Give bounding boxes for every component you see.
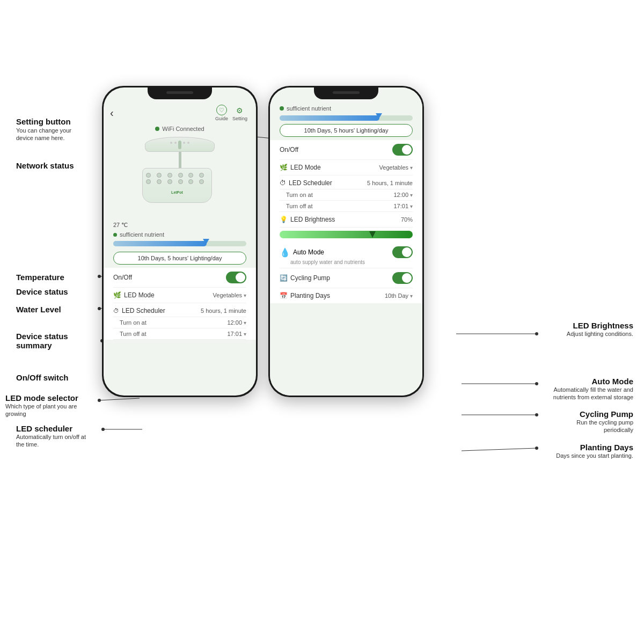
annotation-temp-title: Temperature bbox=[16, 273, 64, 282]
planting-days-label: 📅 Planting Days bbox=[280, 292, 330, 299]
plant-area: LetPot bbox=[104, 134, 256, 220]
scheduler-label: LED Scheduler bbox=[122, 307, 165, 314]
water-bar-fill bbox=[113, 241, 207, 246]
annotation-led-mode-desc: Which type of plant you are growing bbox=[5, 402, 80, 418]
water-bar bbox=[113, 241, 246, 246]
led-mode-chevron: ▾ bbox=[244, 292, 246, 298]
annotation-cycling-pump: Cycling Pump Run the cycling pump period… bbox=[547, 409, 633, 434]
phone1-speaker bbox=[166, 91, 193, 94]
phone2-led-mode-label: 🌿 LED Mode bbox=[280, 164, 321, 171]
svg-line-24 bbox=[462, 448, 537, 451]
phone1: ‹ ♡ Guide ⚙ Setting W bbox=[102, 86, 258, 397]
led-mode-row[interactable]: 🌿 LED Mode Vegetables ▾ bbox=[113, 288, 246, 303]
svg-point-9 bbox=[98, 307, 101, 310]
annotation-auto-title: Auto Mode bbox=[547, 377, 633, 386]
led-mode-label: LED Mode bbox=[124, 291, 155, 299]
brightness-thumb bbox=[369, 231, 376, 238]
annotation-pump-title: Cycling Pump bbox=[547, 409, 633, 419]
phone1-content: ‹ ♡ Guide ⚙ Setting W bbox=[104, 87, 256, 396]
turn-on-row[interactable]: Turn on at 12:00 ▾ bbox=[113, 317, 246, 328]
phone2-led-mode-row[interactable]: 🌿 LED Mode Vegetables ▾ bbox=[280, 160, 413, 175]
water-indicator bbox=[203, 239, 209, 244]
phone2-planting-days-row[interactable]: 📅 Planting Days 10th Day ▾ bbox=[280, 288, 413, 303]
phone1-header: ‹ ♡ Guide ⚙ Setting bbox=[104, 103, 256, 123]
phone1-screen: ‹ ♡ Guide ⚙ Setting W bbox=[104, 87, 256, 396]
annotation-device-title: Device status bbox=[16, 287, 68, 296]
annotation-pump-desc: Run the cycling pump periodically bbox=[547, 419, 633, 434]
wifi-dot bbox=[155, 127, 159, 131]
svg-point-19 bbox=[535, 332, 538, 335]
phone1-notch bbox=[148, 87, 212, 99]
phone2-pump-toggle[interactable] bbox=[392, 272, 413, 284]
phone2-turn-on-row[interactable]: Turn on at 12:00 ▾ bbox=[280, 189, 413, 201]
annotation-device-summary: Device status summary bbox=[16, 332, 86, 350]
turn-off-chevron: ▾ bbox=[244, 331, 246, 337]
scheduler-label-container: ⏱ LED Scheduler bbox=[113, 307, 165, 314]
svg-point-25 bbox=[535, 447, 538, 450]
clock-icon: ⏱ bbox=[113, 308, 119, 314]
calendar-icon: 📅 bbox=[280, 292, 288, 299]
turn-off-value: 17:01 bbox=[227, 331, 242, 337]
svg-point-5 bbox=[98, 275, 101, 278]
brightness-slider[interactable] bbox=[280, 231, 413, 238]
back-button[interactable]: ‹ bbox=[110, 107, 114, 119]
annotation-temperature: Temperature bbox=[16, 273, 64, 282]
turn-off-label: Turn off at bbox=[120, 331, 147, 337]
annotation-planting-desc: Days since you start planting. bbox=[547, 452, 633, 459]
phone2-water-indicator bbox=[376, 113, 382, 119]
phones-container: ‹ ♡ Guide ⚙ Setting W bbox=[102, 86, 424, 397]
annotation-led-mode: LED mode selector Which type of plant yo… bbox=[5, 393, 80, 418]
settings-area: On/Off 🌿 LED Mode Vegetables ▾ bbox=[104, 268, 256, 340]
phone2-turn-off-value: 17:01 ▾ bbox=[393, 203, 413, 209]
phone2-brightness-label: 💡 LED Brightness bbox=[280, 216, 335, 223]
phone2-summary-pill: 10th Days, 5 hours' Lighting/day bbox=[280, 124, 413, 137]
auto-mode-main: 💧 Auto Mode bbox=[280, 246, 413, 258]
phone2-led-mode-chevron: ▾ bbox=[410, 165, 413, 171]
annotation-setting-desc: You can change your device name here. bbox=[16, 127, 80, 142]
annotation-device-status: Device status bbox=[16, 287, 68, 297]
phone2-auto-toggle[interactable] bbox=[392, 246, 413, 258]
annotation-summary-title: Device status summary bbox=[16, 332, 86, 350]
annotation-water-title: Water Level bbox=[16, 305, 61, 314]
turn-off-row[interactable]: Turn off at 17:01 ▾ bbox=[113, 328, 246, 340]
phone2-onoff-toggle[interactable] bbox=[392, 144, 413, 156]
gear-icon: ⚙ bbox=[235, 105, 245, 116]
temperature-value: 27 ℃ bbox=[113, 222, 128, 229]
annotation-setting-button: Setting button You can change your devic… bbox=[16, 117, 80, 142]
onoff-toggle[interactable] bbox=[226, 272, 246, 283]
annotation-water-level: Water Level bbox=[16, 305, 61, 314]
phone2-turn-off-row[interactable]: Turn off at 17:01 ▾ bbox=[280, 201, 413, 212]
phone2-led-mode-value: Vegetables ▾ bbox=[379, 164, 413, 171]
annotation-auto-mode: Auto Mode Automatically fill the water a… bbox=[547, 377, 633, 401]
setting-button[interactable]: ⚙ Setting bbox=[232, 105, 247, 121]
annotation-network-title: Network status bbox=[16, 161, 74, 170]
phone2-onoff-row: On/Off bbox=[280, 140, 413, 160]
svg-point-21 bbox=[535, 382, 538, 385]
annotation-led-sched-title: LED scheduler bbox=[16, 424, 91, 433]
led-mode-label-container: 🌿 LED Mode bbox=[113, 291, 155, 299]
phone2-partial-status: sufficient nutrient bbox=[287, 105, 331, 112]
annotation-setting-title: Setting button bbox=[16, 117, 71, 126]
led-mode-value-container: Vegetables ▾ bbox=[213, 292, 246, 298]
annotation-led-scheduler: LED scheduler Automatically turn on/off … bbox=[16, 424, 91, 449]
guide-icon: ♡ bbox=[216, 105, 227, 115]
guide-button[interactable]: ♡ Guide bbox=[215, 105, 228, 121]
letpot-label: LetPot bbox=[171, 191, 183, 194]
planting-days-value: 10th Day bbox=[385, 292, 408, 299]
phone2-water-fill bbox=[280, 115, 379, 121]
turn-on-value-container: 12:00 ▾ bbox=[227, 319, 246, 326]
turn-off-value-container: 17:01 ▾ bbox=[227, 331, 246, 337]
led-mode-icon: 🌿 bbox=[113, 291, 121, 299]
planting-days-value-container: 10th Day ▾ bbox=[385, 292, 413, 299]
phone2-screen: sufficient nutrient 10th Days, 5 hours' … bbox=[270, 87, 422, 396]
phone2-partial-dot bbox=[280, 106, 284, 111]
plant-device: LetPot bbox=[142, 137, 217, 217]
onoff-label: On/Off bbox=[113, 274, 132, 281]
scheduler-value: 5 hours, 1 minute bbox=[201, 308, 246, 314]
annotation-led-brightness: LED Brightness Adjust lighting condition… bbox=[567, 321, 633, 338]
turn-on-label: Turn on at bbox=[120, 319, 147, 326]
phone2-scheduler-value: 5 hours, 1 minute bbox=[367, 180, 413, 186]
svg-line-14 bbox=[99, 398, 140, 400]
phone2-cycling-pump-row: 🔄 Cycling Pump bbox=[280, 268, 413, 288]
cycling-pump-label: 🔄 Cycling Pump bbox=[280, 274, 330, 282]
